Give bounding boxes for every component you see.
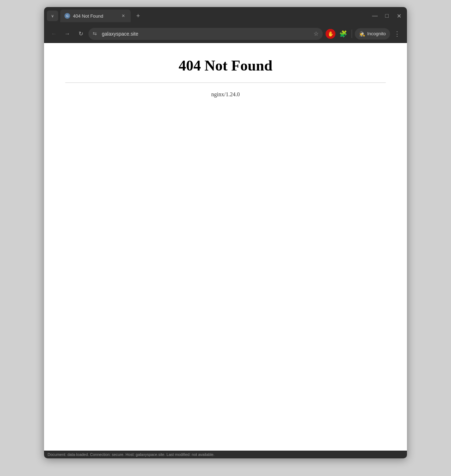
- block-extension-button[interactable]: ✋: [325, 28, 336, 39]
- address-bar-icon: ⇆: [93, 31, 99, 37]
- bookmark-icon[interactable]: ☆: [314, 30, 319, 37]
- window-controls: — □ ✕: [370, 11, 404, 21]
- toolbar-icons: ✋ 🧩 🕵 Incognito ⋮: [325, 28, 403, 39]
- block-hand-icon: ✋: [328, 31, 334, 37]
- back-button[interactable]: ←: [48, 28, 60, 39]
- reload-icon: ↻: [79, 30, 83, 37]
- error-divider: [65, 83, 386, 83]
- incognito-button[interactable]: 🕵 Incognito: [355, 28, 390, 39]
- menu-button[interactable]: ⋮: [391, 28, 403, 39]
- tab-favicon: G: [64, 13, 70, 19]
- back-icon: ←: [51, 31, 57, 37]
- status-text: Document: data-loaded. Connection: secur…: [48, 452, 215, 457]
- nav-bar: ← → ↻ ⇆ galaxyspace.site ☆ ✋ 🧩 🕵: [44, 25, 407, 43]
- incognito-label: Incognito: [367, 31, 386, 36]
- tab-title: 404 Not Found: [73, 13, 117, 19]
- title-bar: ∨ G 404 Not Found ✕ + — □ ✕: [44, 7, 407, 25]
- toolbar-divider: [352, 30, 352, 38]
- tab-close-button[interactable]: ✕: [120, 13, 126, 19]
- browser-window: ∨ G 404 Not Found ✕ + — □ ✕ ←: [44, 7, 407, 458]
- server-info: nginx/1.24.0: [65, 91, 386, 98]
- favicon-letter: G: [66, 14, 68, 18]
- menu-icon: ⋮: [394, 30, 400, 38]
- forward-icon: →: [64, 31, 70, 37]
- maximize-button[interactable]: □: [382, 11, 392, 21]
- puzzle-icon: 🧩: [339, 30, 347, 38]
- status-bar: Document: data-loaded. Connection: secur…: [44, 451, 407, 458]
- reload-button[interactable]: ↻: [75, 28, 86, 39]
- maximize-icon: □: [385, 13, 389, 19]
- close-icon: ✕: [397, 13, 401, 19]
- page-content: 404 Not Found nginx/1.24.0: [44, 43, 407, 451]
- block-icon: ✋: [326, 29, 335, 39]
- incognito-icon: 🕵: [359, 31, 365, 37]
- minimize-button[interactable]: —: [370, 11, 380, 21]
- address-bar[interactable]: ⇆ galaxyspace.site ☆: [88, 28, 323, 40]
- new-tab-icon: +: [136, 12, 140, 20]
- error-heading: 404 Not Found: [65, 57, 386, 74]
- dropdown-icon: ∨: [51, 14, 54, 18]
- tab-dropdown-button[interactable]: ∨: [47, 11, 58, 21]
- close-button[interactable]: ✕: [394, 11, 404, 21]
- extensions-button[interactable]: 🧩: [338, 28, 349, 39]
- active-tab[interactable]: G 404 Not Found ✕: [60, 10, 131, 22]
- address-url: galaxyspace.site: [102, 31, 138, 37]
- forward-button[interactable]: →: [62, 28, 73, 39]
- minimize-icon: —: [372, 13, 378, 19]
- new-tab-button[interactable]: +: [133, 11, 143, 21]
